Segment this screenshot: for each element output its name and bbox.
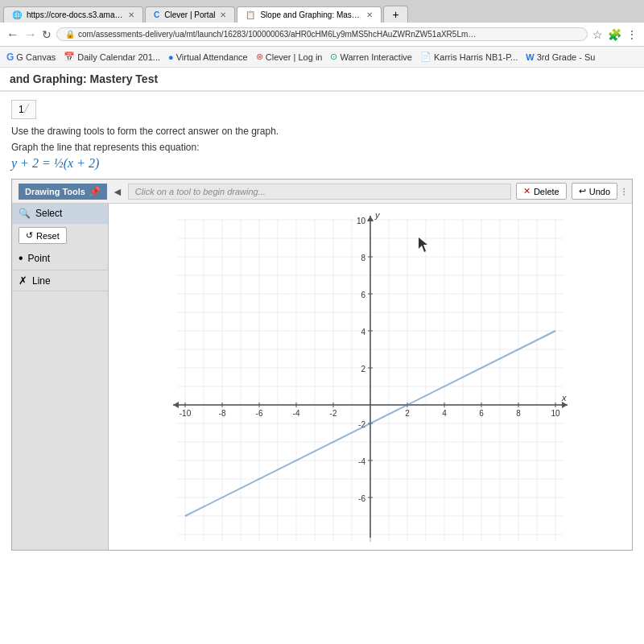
tool-point[interactable]: • Point	[12, 247, 108, 270]
toolbar-hint-text: Click on a tool to begin drawing...	[135, 187, 266, 196]
svg-text:-4: -4	[293, 409, 300, 418]
svg-text:8: 8	[516, 409, 521, 418]
bookmark-canvas-icon: G	[6, 52, 14, 63]
reset-label: Reset	[36, 231, 60, 241]
svg-marker-75	[419, 237, 427, 252]
bookmark-warren-icon: ⊙	[330, 52, 337, 62]
bookmark-attendance-label: Virtual Attendance	[176, 52, 248, 62]
tab-icon-clever: C	[154, 10, 159, 19]
undo-label: Undo	[589, 187, 610, 196]
tab-core-docs[interactable]: 🌐 https://core-docs.s3.amazona... ✕	[3, 6, 143, 23]
undo-icon: ↩	[579, 186, 586, 196]
bookmark-clever[interactable]: ⊗ Clever | Log in	[256, 52, 323, 62]
point-icon: •	[19, 251, 23, 266]
cursor-arrow	[419, 237, 427, 252]
select-icon: 🔍	[19, 208, 31, 219]
tools-header-text: Drawing Tools	[25, 187, 85, 196]
bookmark-warren-label: Warren Interactive	[340, 52, 411, 62]
bookmark-canvas[interactable]: G G Canvas	[6, 52, 56, 63]
left-tools-panel: 🔍 Select ↺ Reset • Point ✗	[12, 204, 109, 550]
tools-pin-icon: 📌	[89, 186, 101, 197]
equation-text: y + 2 = ½(x + 2)	[11, 156, 99, 170]
graph-canvas[interactable]: -10 -8 -6 -4 -2 2 4 6 8 10	[109, 204, 632, 550]
bookmark-star[interactable]: ☆	[592, 28, 603, 41]
question-equation-label: Graph the line that represents this equa…	[11, 142, 633, 153]
toolbar-extra-icon: ⁝	[622, 185, 625, 198]
question-number: 1	[19, 104, 24, 115]
bookmark-calendar-label: Daily Calendar 201...	[77, 52, 160, 62]
tab-close-core[interactable]: ✕	[128, 10, 134, 19]
delete-button[interactable]: ✕ Delete	[516, 183, 567, 200]
question-instruction: Use the drawing tools to form the correc…	[11, 126, 633, 137]
bookmark-3rdgrade-label: 3rd Grade - Su	[537, 52, 596, 62]
refresh-btn[interactable]: ↻	[42, 28, 52, 41]
line-icon: ✗	[19, 275, 27, 287]
question-number-separator: ╱	[24, 104, 29, 113]
toolbar-drawing-label: Drawing Tools 📌	[19, 184, 107, 200]
tab-close-clever[interactable]: ✕	[220, 10, 226, 19]
svg-text:4: 4	[442, 409, 447, 418]
bookmark-calendar-icon: 📅	[64, 52, 75, 62]
tab-label-clever: Clever | Portal	[164, 10, 215, 19]
x-axis-right-arrow	[562, 402, 568, 408]
bookmark-3rdgrade[interactable]: W 3rd Grade - Su	[526, 52, 595, 62]
delete-label: Delete	[534, 187, 559, 196]
svg-text:2: 2	[361, 365, 365, 374]
svg-text:6: 6	[361, 291, 365, 299]
delete-icon: ✕	[523, 186, 530, 196]
graph-body: 🔍 Select ↺ Reset • Point ✗	[12, 204, 632, 550]
url-box[interactable]: 🔒 com/assessments-delivery/ua/mt/launch/…	[56, 27, 588, 41]
browser-tabs: 🌐 https://core-docs.s3.amazona... ✕ C Cl…	[0, 0, 644, 23]
equation-display: y + 2 = ½(x + 2)	[11, 156, 633, 171]
tab-icon-mastery: 📋	[246, 10, 255, 19]
graph-svg: -10 -8 -6 -4 -2 2 4 6 8 10	[109, 204, 632, 550]
bookmark-attendance-icon: ●	[168, 52, 174, 62]
url-icons: ☆ 🧩 ⋮	[592, 28, 638, 41]
toolbar-row: Drawing Tools 📌 ◄ Click on a tool to beg…	[12, 180, 632, 204]
tab-label-core: https://core-docs.s3.amazona...	[27, 10, 123, 19]
svg-text:-6: -6	[256, 409, 263, 418]
bookmark-attendance[interactable]: ● Virtual Attendance	[168, 52, 248, 62]
bookmark-karris-label: Karris Harris NB1-P...	[434, 52, 518, 62]
tab-label-mastery: Slope and Graphing: Mastery Te...	[260, 10, 361, 19]
svg-text:-8: -8	[219, 409, 226, 418]
bookmark-karris-icon: 📄	[420, 52, 431, 62]
graph-wrapper: Drawing Tools 📌 ◄ Click on a tool to beg…	[11, 179, 633, 551]
reset-button[interactable]: ↺ Reset	[19, 227, 67, 244]
question-number-box: 1 ╱	[11, 100, 36, 119]
forward-btn[interactable]: →	[24, 27, 37, 42]
tab-mastery[interactable]: 📋 Slope and Graphing: Mastery Te... ✕	[237, 6, 382, 23]
bookmark-warren[interactable]: ⊙ Warren Interactive	[330, 52, 411, 62]
bookmark-3rdgrade-icon: W	[526, 52, 534, 62]
tab-new[interactable]: +	[383, 6, 407, 23]
bookmark-karris[interactable]: 📄 Karris Harris NB1-P...	[420, 52, 518, 62]
svg-text:-10: -10	[180, 409, 192, 418]
y-tick-labels: 10 8 6 4 2 -2 -4 -6	[357, 217, 366, 503]
undo-button[interactable]: ↩ Undo	[572, 183, 617, 200]
tab-clever[interactable]: C Clever | Portal ✕	[145, 6, 235, 23]
point-label: Point	[28, 253, 50, 264]
reset-icon: ↺	[26, 230, 33, 241]
page-title: and Graphing: Mastery Test	[10, 72, 158, 85]
x-axis-label: x	[561, 393, 567, 402]
toolbar-hint: Click on a tool to begin drawing...	[128, 184, 511, 200]
tool-select[interactable]: 🔍 Select	[12, 204, 108, 224]
bookmark-canvas-label: G Canvas	[16, 52, 56, 62]
question-container: 1 ╱ Use the drawing tools to form the co…	[0, 92, 644, 559]
y-axis-label: y	[374, 210, 381, 220]
back-btn[interactable]: ←	[6, 27, 19, 42]
tool-line[interactable]: ✗ Line	[12, 270, 108, 291]
y-axis-up-arrow	[367, 216, 374, 221]
line-label: Line	[32, 275, 51, 287]
svg-text:4: 4	[361, 328, 365, 336]
extensions-btn[interactable]: 🧩	[608, 28, 621, 41]
bookmark-calendar[interactable]: 📅 Daily Calendar 201...	[64, 52, 160, 62]
svg-text:-6: -6	[358, 494, 365, 503]
tab-close-mastery[interactable]: ✕	[366, 10, 373, 19]
select-label: Select	[35, 208, 62, 219]
toolbar-arrow-icon: ◄	[112, 185, 123, 198]
svg-text:-2: -2	[330, 409, 337, 418]
bookmark-clever-icon: ⊗	[256, 52, 263, 62]
svg-text:10: 10	[551, 409, 560, 418]
menu-btn[interactable]: ⋮	[626, 28, 638, 41]
